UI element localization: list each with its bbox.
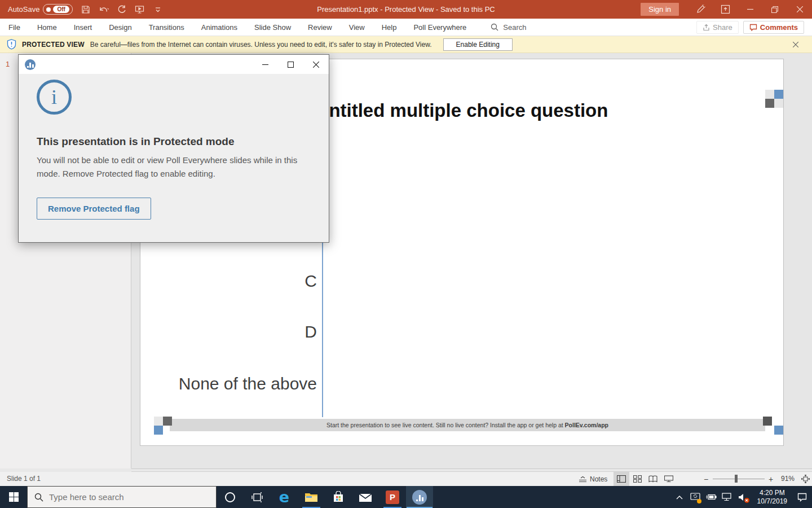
taskbar-edge-icon[interactable]: e <box>271 486 298 508</box>
search-input[interactable] <box>49 492 196 502</box>
ribbon-tab-row: File Home Insert Design Transitions Anim… <box>0 19 812 36</box>
redo-icon[interactable] <box>117 5 127 15</box>
dialog-minimize-button[interactable] <box>253 55 278 74</box>
remove-protected-flag-button[interactable]: Remove Protected flag <box>37 198 151 220</box>
mail-icon <box>359 492 372 502</box>
restore-button[interactable] <box>762 0 787 19</box>
checker-square <box>154 417 163 426</box>
tab-transitions[interactable]: Transitions <box>140 19 193 36</box>
ribbon-display-options-icon[interactable] <box>713 0 738 19</box>
taskbar-store-icon[interactable] <box>325 486 352 508</box>
clock-time: 4:20 PM <box>757 489 787 497</box>
enable-editing-button[interactable]: Enable Editing <box>443 38 513 51</box>
option-label-none: None of the above <box>179 374 317 393</box>
zoom-in-button[interactable]: + <box>767 472 775 486</box>
share-icon <box>703 24 710 31</box>
edge-icon: e <box>279 488 289 506</box>
autosave-state: Off <box>53 6 69 13</box>
notes-label: Notes <box>590 475 607 483</box>
pollev-footer-bar: Start the presentation to see live conte… <box>170 419 765 431</box>
fit-slide-to-window-icon[interactable] <box>799 472 811 486</box>
dialog-heading: This presentation is in Protected mode <box>37 135 235 148</box>
notes-button[interactable]: Notes <box>579 472 607 486</box>
tab-poll-everywhere[interactable]: Poll Everywhere <box>405 19 475 36</box>
tray-battery-icon[interactable] <box>704 486 718 508</box>
checker-square <box>154 426 163 435</box>
slide-show-view-button[interactable] <box>661 472 677 486</box>
tab-home[interactable]: Home <box>29 19 65 36</box>
protected-view-bar: PROTECTED VIEW Be careful—files from the… <box>0 36 812 53</box>
tray-network-icon[interactable] <box>720 486 734 508</box>
share-button[interactable]: Share <box>696 21 739 34</box>
normal-view-button[interactable] <box>614 472 629 486</box>
tab-slide-show[interactable]: Slide Show <box>246 19 299 36</box>
start-button[interactable] <box>0 486 27 508</box>
action-center-icon[interactable] <box>795 486 809 508</box>
windows-taskbar: e P <box>0 486 812 508</box>
close-button[interactable] <box>787 0 812 19</box>
taskbar-powerpoint-icon[interactable]: P <box>379 486 406 508</box>
tab-help[interactable]: Help <box>373 19 405 36</box>
shield-icon <box>7 39 16 50</box>
autosave-toggle[interactable]: AutoSave Off <box>8 4 73 15</box>
mute-badge: ✕ <box>744 498 749 503</box>
powerpoint-icon: P <box>386 491 399 504</box>
taskbar-poll-everywhere-icon[interactable] <box>406 486 433 508</box>
taskbar-search-box[interactable] <box>27 486 217 508</box>
minimize-button[interactable] <box>738 0 762 19</box>
notification-badge <box>697 499 701 503</box>
checker-square <box>774 426 783 435</box>
dialog-title-bar <box>19 55 329 74</box>
protected-view-label: PROTECTED VIEW <box>22 41 85 49</box>
ribbon-search[interactable]: Search <box>491 23 526 32</box>
tab-animations[interactable]: Animations <box>193 19 246 36</box>
protected-view-message: Be careful—files from the Internet can c… <box>90 41 432 49</box>
poll-everywhere-logo-icon <box>25 59 36 70</box>
powerpoint-window: AutoSave Off Presentation1.ppt <box>0 0 812 508</box>
zoom-slider-track[interactable] <box>713 479 765 479</box>
checker-square <box>774 99 783 108</box>
zoom-out-button[interactable]: − <box>702 472 710 486</box>
info-icon: i <box>37 80 72 115</box>
autosave-label: AutoSave <box>8 5 39 14</box>
tray-display-sync-icon[interactable] <box>689 486 702 508</box>
autosave-dot <box>46 7 51 12</box>
tab-insert[interactable]: Insert <box>65 19 101 36</box>
comments-button[interactable]: Comments <box>743 21 804 34</box>
autosave-switch[interactable]: Off <box>43 4 72 15</box>
option-label-d: D <box>304 322 317 341</box>
title-bar: AutoSave Off Presentation1.ppt <box>0 0 812 19</box>
start-slideshow-icon[interactable] <box>135 5 145 15</box>
pen-coming-soon-icon[interactable] <box>688 0 713 19</box>
tray-volume-muted-icon[interactable]: ✕ <box>736 486 749 508</box>
taskbar-clock[interactable]: 4:20 PM 10/7/2019 <box>752 489 793 506</box>
checker-square <box>765 90 774 99</box>
slide-sorter-view-button[interactable] <box>629 472 645 486</box>
taskbar-mail-icon[interactable] <box>352 486 379 508</box>
checker-square <box>774 90 783 99</box>
tab-design[interactable]: Design <box>100 19 140 36</box>
cortana-button[interactable] <box>217 486 244 508</box>
tab-file[interactable]: File <box>0 19 29 36</box>
zoom-level[interactable]: 91% <box>781 475 795 483</box>
comments-label: Comments <box>760 23 798 32</box>
save-icon[interactable] <box>81 5 91 15</box>
dialog-close-button[interactable] <box>303 55 329 74</box>
customize-qat-chevron-icon[interactable] <box>153 5 163 15</box>
dialog-maximize-button[interactable] <box>278 55 303 74</box>
sign-in-button[interactable]: Sign in <box>641 3 679 16</box>
zoom-slider-handle[interactable] <box>735 475 738 483</box>
bar-close-icon[interactable] <box>793 42 805 47</box>
reading-view-button[interactable] <box>645 472 661 486</box>
status-bar: Slide 1 of 1 Notes − + 91% <box>0 472 812 486</box>
footer-link: PollEv.com/app <box>565 422 608 428</box>
tab-review[interactable]: Review <box>299 19 341 36</box>
undo-icon[interactable] <box>99 5 109 15</box>
tray-chevron-icon[interactable] <box>673 486 686 508</box>
option-label-c: C <box>304 271 317 291</box>
tab-view[interactable]: View <box>341 19 373 36</box>
taskbar-file-explorer-icon[interactable] <box>298 486 325 508</box>
quick-access-toolbar: AutoSave Off <box>0 4 163 15</box>
task-view-button[interactable] <box>244 486 271 508</box>
poll-everywhere-icon <box>412 490 427 505</box>
